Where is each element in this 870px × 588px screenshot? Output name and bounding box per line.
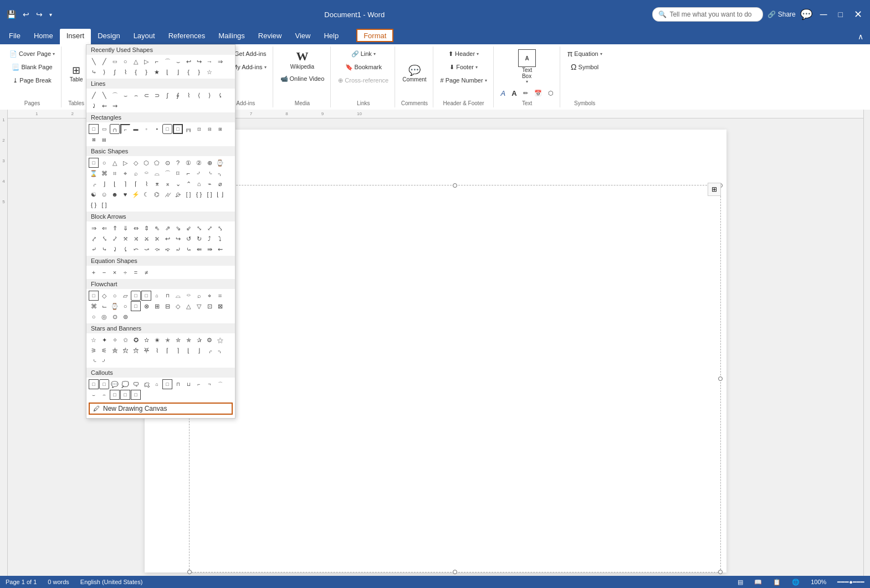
shape-basic[interactable]: ⌁ xyxy=(204,179,214,189)
shape-arrow[interactable]: ⇚ xyxy=(194,244,204,254)
shape-line[interactable]: ⤸ xyxy=(89,101,99,111)
shape-basic[interactable]: ⚡ xyxy=(131,189,141,199)
shape-item[interactable]: ★ xyxy=(152,67,162,77)
shape-item[interactable]: ↩ xyxy=(183,56,193,66)
handle-bottom-right[interactable] xyxy=(718,570,723,574)
shape-basic[interactable]: ⌋ xyxy=(99,179,109,189)
shape-callout[interactable]: ⌂ xyxy=(152,379,162,389)
shape-star[interactable]: ✬ xyxy=(152,335,162,345)
tab-format[interactable]: Format xyxy=(356,29,393,42)
shape-banner[interactable]: ⌏ xyxy=(99,356,109,366)
shape-star[interactable]: ⚞ xyxy=(89,345,99,355)
comment-button[interactable]: 💬 Comment xyxy=(400,63,429,84)
shape-basic[interactable]: ② xyxy=(194,158,204,168)
shape-flow[interactable]: ○ xyxy=(110,291,120,301)
shape-flow[interactable]: ▱ xyxy=(120,291,130,301)
shape-flow[interactable]: ⊟ xyxy=(162,301,172,311)
shape-basic[interactable]: △ xyxy=(110,158,120,168)
shape-arrow[interactable]: ⤽ xyxy=(162,244,172,254)
shape-basic[interactable]: ① xyxy=(183,158,193,168)
shape-flow[interactable]: ⊚ xyxy=(120,312,130,322)
shape-flow[interactable]: □ xyxy=(131,291,141,301)
shape-flow[interactable]: ◇ xyxy=(173,301,183,311)
shape-rect[interactable]: ⊞ xyxy=(215,124,225,134)
wordart-button[interactable]: A xyxy=(498,87,509,99)
shape-arrow[interactable]: ⤵ xyxy=(215,234,225,244)
shape-arrow[interactable]: ⤼ xyxy=(152,244,162,254)
shape-item[interactable]: ⇒ xyxy=(215,56,225,66)
shape-callout[interactable]: □ xyxy=(99,379,109,389)
shape-flow[interactable]: ⌙ xyxy=(99,301,109,311)
handle-bottom-center[interactable] xyxy=(453,570,457,574)
cross-reference-button[interactable]: ⊕ Cross-reference xyxy=(335,74,391,86)
shape-item[interactable]: ∫ xyxy=(110,67,120,77)
shape-flow[interactable]: ⊠ xyxy=(215,301,225,311)
shape-item[interactable]: { xyxy=(131,67,141,77)
shape-arrow[interactable]: ↻ xyxy=(194,234,204,244)
shape-basic[interactable]: { } xyxy=(194,189,204,199)
shape-eq[interactable]: ≠ xyxy=(141,267,151,277)
shape-line[interactable]: ⌢ xyxy=(131,90,141,100)
shape-star[interactable]: ⛧ xyxy=(141,345,151,355)
equation-button[interactable]: π Equation ▾ xyxy=(565,48,605,60)
shape-basic[interactable]: ⌊ ⌋ xyxy=(215,189,225,199)
shape-arrow[interactable]: ⤤ xyxy=(89,234,99,244)
new-drawing-canvas-button[interactable]: 🖊 New Drawing Canvas xyxy=(89,403,233,415)
shape-arrow[interactable]: ⇛ xyxy=(204,244,214,254)
shape-basic[interactable]: ⌈ xyxy=(131,179,141,189)
shape-basic[interactable]: ⌗ xyxy=(110,168,120,178)
shape-callout[interactable]: ⊔ xyxy=(183,379,193,389)
shape-item[interactable]: ⌐ xyxy=(152,56,162,66)
shape-rect[interactable]: ╭╮ xyxy=(110,124,120,134)
shape-banner[interactable]: ⌍ xyxy=(215,345,225,355)
customize-qa-icon[interactable]: ▾ xyxy=(47,11,54,19)
shape-flow[interactable]: ⊓ xyxy=(162,291,172,301)
shape-arrow[interactable]: ⇑ xyxy=(110,223,120,233)
collapse-ribbon-icon[interactable]: ∧ xyxy=(858,32,863,41)
shape-rect[interactable]: ▤ xyxy=(99,135,109,145)
shape-basic[interactable]: ⊙ xyxy=(162,158,172,168)
shape-line[interactable]: ╱ xyxy=(89,90,99,100)
shape-flow[interactable]: □ xyxy=(141,291,151,301)
shape-flow[interactable]: ⌖ xyxy=(204,291,214,301)
shape-basic[interactable]: ♥ xyxy=(120,189,130,199)
shape-flow[interactable]: ⌂ xyxy=(152,291,162,301)
shape-item[interactable]: ╱ xyxy=(99,56,109,66)
shape-callout[interactable]: □ xyxy=(162,379,172,389)
shape-rect[interactable]: ⌐ xyxy=(120,124,130,134)
shape-callout[interactable]: ⌣ xyxy=(89,390,99,400)
shape-flow[interactable]: ○ xyxy=(120,301,130,311)
shape-callout[interactable]: 🗯 xyxy=(141,379,151,389)
layout-options-icon[interactable]: ⊞ xyxy=(708,183,721,196)
shape-basic[interactable]: ⌑ xyxy=(173,168,183,178)
shape-rect[interactable]: □ xyxy=(89,124,99,134)
shape-item[interactable]: → xyxy=(204,56,214,66)
shape-basic[interactable]: ◇ xyxy=(131,158,141,168)
shape-eq[interactable]: − xyxy=(99,267,109,277)
shape-callout[interactable]: □ xyxy=(120,390,130,400)
shape-callout[interactable]: 💭 xyxy=(120,379,130,389)
shape-basic[interactable]: ⌬ xyxy=(152,189,162,199)
shape-eq[interactable]: × xyxy=(110,267,120,277)
layout-view-icon[interactable]: ▤ xyxy=(738,579,743,586)
tab-file[interactable]: File xyxy=(2,29,27,44)
shape-basic[interactable]: □ xyxy=(89,158,99,168)
shape-star[interactable]: ✭ xyxy=(162,335,172,345)
header-button[interactable]: ⬆ Header ▾ xyxy=(446,48,482,60)
shape-line[interactable]: ⌒ xyxy=(110,90,120,100)
shape-arrow[interactable]: ⤧ xyxy=(120,234,130,244)
shape-rect[interactable]: ╔╗ xyxy=(183,124,193,134)
shape-basic[interactable]: ⌌ xyxy=(89,179,99,189)
page-number-button[interactable]: # Page Number ▾ xyxy=(438,74,490,86)
handle-right-center[interactable] xyxy=(718,376,723,381)
share-button[interactable]: 🔗 Share xyxy=(767,11,795,18)
shape-basic[interactable]: ⌉ xyxy=(120,179,130,189)
shape-line[interactable]: ⟨ xyxy=(194,90,204,100)
shape-basic[interactable]: ⌮ xyxy=(173,189,183,199)
shape-star[interactable]: ⚟ xyxy=(99,345,109,355)
shape-arrow[interactable]: ⇐ xyxy=(99,223,109,233)
shape-star[interactable]: ⚝ xyxy=(215,335,225,345)
shape-arrow[interactable]: ⇜ xyxy=(215,244,225,254)
shape-star[interactable]: ✮ xyxy=(173,335,183,345)
shape-flow[interactable]: □ xyxy=(89,291,99,301)
